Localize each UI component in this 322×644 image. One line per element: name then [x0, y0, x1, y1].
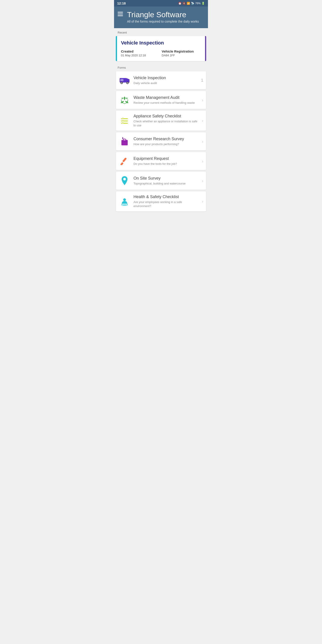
- form-subtitle: Daily vehicle audit: [134, 81, 198, 85]
- status-icons: ⏰ 🔇 📶 📡 76% 🔋: [178, 2, 205, 5]
- chevron-icon: ›: [202, 158, 203, 164]
- form-title: Consumer Research Survey: [134, 137, 198, 142]
- form-content: On Site SurveyTopographical, building an…: [134, 176, 198, 186]
- created-value: 01 May 2020 12:18: [121, 54, 161, 57]
- form-item-equipment-request[interactable]: Equipment RequestDo you have the tools f…: [116, 152, 206, 170]
- chevron-icon: ›: [202, 118, 203, 123]
- registration-section: Vehicle Registration DA84 1FF: [162, 50, 202, 57]
- svg-rect-10: [122, 140, 128, 145]
- form-badge: 1: [201, 78, 203, 83]
- form-item-waste-management[interactable]: Waste Management AuditReview your curren…: [116, 91, 206, 109]
- signal-icon: 📡: [191, 2, 194, 5]
- battery-level: 76%: [195, 2, 200, 5]
- status-time: 12:18: [117, 1, 126, 5]
- mute-icon: 🔇: [182, 2, 186, 5]
- recent-card-meta: Created 01 May 2020 12:18 Vehicle Regist…: [121, 50, 202, 57]
- svg-rect-6: [120, 79, 124, 81]
- bag-icon: [119, 136, 130, 147]
- svg-point-16: [123, 178, 126, 180]
- recent-card[interactable]: Vehicle Inspection Created 01 May 2020 1…: [116, 36, 206, 61]
- form-title: Health & Safety Checklist: [134, 194, 198, 200]
- forms-label: Forms: [114, 63, 208, 71]
- chevron-icon: ›: [202, 139, 203, 144]
- reg-value: DA84 1FF: [162, 54, 202, 57]
- svg-rect-12: [122, 137, 123, 139]
- tool-icon: [119, 155, 130, 167]
- form-subtitle: Topographical, building and watercourse: [134, 182, 198, 186]
- svg-rect-14: [122, 158, 127, 162]
- menu-button[interactable]: [118, 12, 123, 16]
- recycle-icon: [119, 94, 130, 106]
- reg-label: Vehicle Registration: [162, 50, 202, 53]
- form-title: Equipment Request: [134, 156, 198, 161]
- form-item-health-safety[interactable]: Health & Safety ChecklistAre your employ…: [116, 191, 206, 212]
- form-item-vehicle-inspection[interactable]: Vehicle InspectionDaily vehicle audit1: [116, 71, 206, 90]
- form-subtitle: Are your employees working in a safe env…: [134, 200, 198, 208]
- person-icon: [119, 196, 130, 207]
- form-subtitle: How are your products performing?: [134, 142, 198, 146]
- form-subtitle: Check whether an appliance or installati…: [134, 120, 198, 128]
- forms-section: Forms Vehicle InspectionDaily vehicle au…: [114, 63, 208, 212]
- chevron-icon: ›: [202, 98, 203, 103]
- header-text: Triangle Software All of the forms requi…: [127, 10, 199, 23]
- svg-point-5: [127, 82, 128, 84]
- truck-icon: [119, 74, 130, 86]
- form-content: Vehicle InspectionDaily vehicle audit: [134, 76, 198, 85]
- created-label: Created: [121, 50, 161, 53]
- svg-rect-11: [124, 139, 126, 141]
- form-title: Waste Management Audit: [134, 95, 198, 100]
- app-subtitle: All of the forms required to complete th…: [127, 20, 199, 23]
- created-section: Created 01 May 2020 12:18: [121, 50, 161, 57]
- svg-point-18: [122, 204, 127, 206]
- form-content: Appliance Safety ChecklistCheck whether …: [134, 114, 198, 128]
- pin-icon: [119, 175, 130, 186]
- form-content: Consumer Research SurveyHow are your pro…: [134, 137, 198, 146]
- form-item-consumer-research[interactable]: Consumer Research SurveyHow are your pro…: [116, 132, 206, 150]
- checklist-icon: [119, 115, 130, 126]
- chevron-icon: ›: [202, 178, 203, 183]
- svg-point-3: [121, 82, 122, 84]
- form-content: Health & Safety ChecklistAre your employ…: [134, 194, 198, 208]
- svg-rect-15: [120, 162, 124, 165]
- form-title: Vehicle Inspection: [134, 76, 198, 80]
- status-bar: 12:18 ⏰ 🔇 📶 📡 76% 🔋: [114, 0, 208, 6]
- form-subtitle: Review your current methods of handling …: [134, 101, 198, 105]
- app-title: Triangle Software: [127, 10, 199, 19]
- svg-point-19: [123, 198, 126, 201]
- forms-list: Vehicle InspectionDaily vehicle audit1 W…: [114, 71, 208, 212]
- app-header: Triangle Software All of the forms requi…: [114, 6, 208, 28]
- form-content: Equipment RequestDo you have the tools f…: [134, 156, 198, 166]
- chevron-icon: ›: [202, 199, 203, 204]
- wifi-icon: 📶: [187, 2, 190, 5]
- form-item-on-site-survey[interactable]: On Site SurveyTopographical, building an…: [116, 172, 206, 190]
- form-subtitle: Do you have the tools for the job?: [134, 162, 198, 166]
- recent-card-title: Vehicle Inspection: [121, 40, 202, 46]
- alarm-icon: ⏰: [178, 2, 182, 5]
- svg-marker-1: [126, 78, 130, 82]
- form-item-appliance-safety[interactable]: Appliance Safety ChecklistCheck whether …: [116, 110, 206, 131]
- form-title: Appliance Safety Checklist: [134, 114, 198, 119]
- battery-icon: 🔋: [202, 2, 205, 5]
- recent-label: Recent: [114, 28, 208, 36]
- form-content: Waste Management AuditReview your curren…: [134, 95, 198, 105]
- form-title: On Site Survey: [134, 176, 198, 181]
